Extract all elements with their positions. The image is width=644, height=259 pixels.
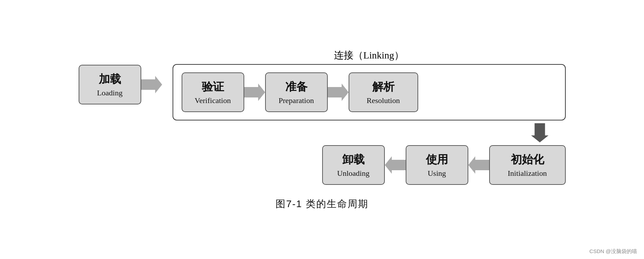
arrow-using-to-unloading <box>385 156 406 174</box>
loading-english: Loading <box>97 88 122 97</box>
top-row: 加载 Loading 连接（Linking） 验证 Verification <box>79 49 566 120</box>
watermark: CSDN @没脑袋的喵 <box>589 248 637 255</box>
linking-group: 连接（Linking） 验证 Verification 准备 Preparati… <box>173 49 566 120</box>
diagram-container: 加载 Loading 连接（Linking） 验证 Verification <box>79 49 566 211</box>
arrow-initialization-to-using <box>468 156 489 174</box>
initialization-chinese: 初始化 <box>511 152 544 167</box>
step-resolution: 解析 Resolution <box>349 72 418 112</box>
arrow-down-icon <box>530 123 549 142</box>
step-using: 使用 Using <box>406 145 468 185</box>
linking-label: 连接（Linking） <box>173 49 566 62</box>
step-loading: 加载 Loading <box>79 65 141 104</box>
unloading-chinese: 卸载 <box>342 152 365 167</box>
preparation-english: Preparation <box>279 96 314 105</box>
step-verification: 验证 Verification <box>182 72 244 112</box>
unloading-english: Unloading <box>337 169 369 178</box>
linking-bracket: 验证 Verification 准备 Preparation <box>173 64 566 120</box>
arrow-loading-to-linking <box>141 76 162 93</box>
resolution-chinese: 解析 <box>372 79 395 95</box>
arrow-down-container <box>79 123 566 142</box>
preparation-chinese: 准备 <box>285 79 308 95</box>
using-chinese: 使用 <box>426 152 448 167</box>
svg-marker-0 <box>141 76 162 93</box>
resolution-english: Resolution <box>367 96 400 105</box>
figure-caption: 图7-1 类的生命周期 <box>276 197 368 211</box>
using-english: Using <box>428 169 446 178</box>
step-unloading: 卸载 Unloading <box>322 145 385 185</box>
arrow-preparation-to-resolution <box>328 84 349 101</box>
bottom-row: 卸载 Unloading 使用 Using 初始化 Initialization <box>79 145 566 185</box>
svg-marker-3 <box>531 123 548 142</box>
bottom-row-inner: 卸载 Unloading 使用 Using 初始化 Initialization <box>322 145 566 185</box>
step-initialization: 初始化 Initialization <box>489 145 566 185</box>
svg-marker-4 <box>385 156 406 174</box>
svg-marker-2 <box>328 84 349 101</box>
verification-english: Verification <box>195 96 231 105</box>
initialization-english: Initialization <box>508 169 547 178</box>
step-preparation: 准备 Preparation <box>265 72 328 112</box>
arrow-verification-to-preparation <box>244 84 265 101</box>
loading-chinese: 加载 <box>99 72 121 87</box>
svg-marker-5 <box>468 156 489 174</box>
svg-marker-1 <box>244 84 265 101</box>
verification-chinese: 验证 <box>202 79 224 95</box>
